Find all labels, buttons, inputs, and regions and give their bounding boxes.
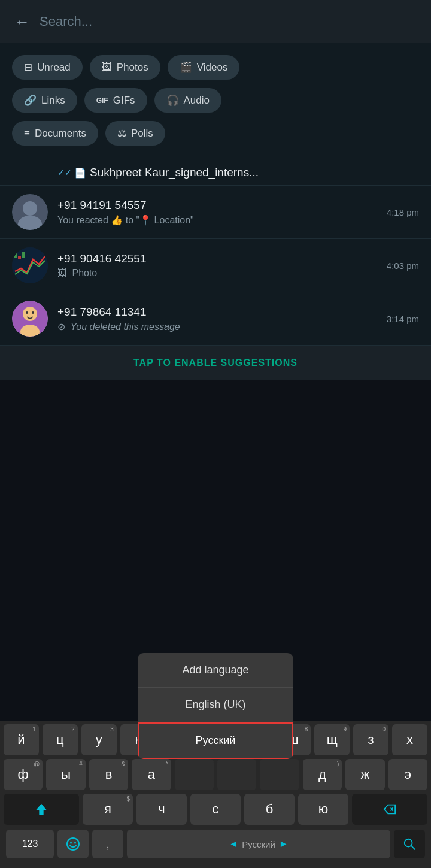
avatar-trading-2 bbox=[12, 247, 48, 283]
chat-name-2: +91 90416 42551 bbox=[57, 252, 377, 265]
key-sym-paren: ) bbox=[337, 761, 339, 767]
key-hidden-3 bbox=[260, 759, 299, 790]
key-ж[interactable]: ж bbox=[345, 759, 384, 790]
chip-videos-label: Videos bbox=[197, 62, 228, 74]
videos-icon: 🎬 bbox=[180, 61, 192, 74]
key-space[interactable]: ◄ Русский ► bbox=[127, 830, 390, 858]
chat-preview-3: ⊘ You deleted this message bbox=[57, 321, 377, 332]
key-ы[interactable]: #ы bbox=[46, 759, 85, 790]
key-й[interactable]: 1й bbox=[4, 724, 39, 755]
key-sym-hash: # bbox=[79, 761, 83, 767]
chat-item-3[interactable]: +91 79864 11341 ⊘ You deleted this messa… bbox=[0, 292, 431, 346]
chip-unread-label: Unread bbox=[37, 62, 71, 74]
key-hidden-1 bbox=[175, 759, 214, 790]
chip-polls[interactable]: ⚖ Polls bbox=[105, 121, 165, 146]
chat-name-1: +91 94191 54557 bbox=[57, 199, 377, 212]
key-с[interactable]: с bbox=[190, 794, 241, 825]
key-щ[interactable]: 9щ bbox=[314, 724, 350, 755]
shift-key[interactable] bbox=[4, 794, 79, 825]
key-з[interactable]: 0з bbox=[353, 724, 388, 755]
filter-row-2: 🔗 Links GIF GIFs 🎧 Audio bbox=[12, 88, 419, 113]
deleted-icon: ⊘ bbox=[57, 322, 65, 332]
key-hidden-2 bbox=[217, 759, 256, 790]
chip-photos[interactable]: 🖼 Photos bbox=[90, 55, 160, 80]
svg-marker-9 bbox=[36, 804, 47, 815]
key-х[interactable]: х bbox=[392, 724, 427, 755]
deleted-label: You deleted this message bbox=[70, 322, 180, 332]
key-num-9: 9 bbox=[344, 726, 347, 733]
chip-documents-label: Documents bbox=[35, 128, 86, 140]
photo-icon: 🖼 bbox=[57, 268, 67, 278]
chat-name-3: +91 79864 11341 bbox=[57, 306, 377, 319]
key-я[interactable]: $я bbox=[83, 794, 133, 825]
russian-option[interactable]: Русский bbox=[138, 722, 293, 759]
key-д[interactable]: )д bbox=[303, 759, 342, 790]
key-comma[interactable]: , bbox=[92, 830, 123, 858]
svg-point-11 bbox=[70, 842, 72, 844]
chip-links-label: Links bbox=[41, 95, 65, 107]
chip-videos[interactable]: 🎬 Videos bbox=[168, 55, 240, 80]
key-а[interactable]: *а bbox=[132, 759, 171, 790]
avatar-3 bbox=[12, 301, 48, 337]
backspace-key[interactable] bbox=[352, 794, 427, 825]
suggestions-bar[interactable]: TAP TO ENABLE SUGGESTIONS bbox=[0, 346, 431, 380]
chat-item-2[interactable]: +91 90416 42551 🖼 Photo 4:03 pm bbox=[0, 239, 431, 292]
suggestions-text: TAP TO ENABLE SUGGESTIONS bbox=[133, 358, 298, 368]
svg-rect-2 bbox=[18, 256, 21, 259]
chat-item-1[interactable]: +91 94191 54557 You reacted 👍 to "📍 Loca… bbox=[0, 186, 431, 239]
key-ц[interactable]: 2ц bbox=[43, 724, 78, 755]
links-icon: 🔗 bbox=[24, 94, 37, 107]
key-у[interactable]: 3у bbox=[81, 724, 117, 755]
chip-audio[interactable]: 🎧 Audio bbox=[154, 88, 221, 113]
keyboard-row-2: @ф #ы &в *а )д ж э bbox=[0, 755, 431, 790]
key-emoji[interactable] bbox=[57, 830, 89, 858]
chip-documents[interactable]: ≡ Documents bbox=[12, 121, 98, 146]
key-sym-at: @ bbox=[34, 761, 40, 767]
chip-gifs[interactable]: GIF GIFs bbox=[84, 88, 147, 113]
documents-icon: ≡ bbox=[24, 128, 30, 140]
chip-polls-label: Polls bbox=[131, 128, 153, 140]
svg-rect-3 bbox=[22, 252, 25, 258]
chat-list: ✓✓ 📄 Sukhpreet Kaur_signed_interns... +9… bbox=[0, 160, 431, 346]
chip-unread[interactable]: ⊟ Unread bbox=[12, 55, 83, 80]
key-sym-dollar: $ bbox=[126, 796, 130, 802]
chip-gifs-label: GIFs bbox=[113, 95, 135, 107]
chat-info-2: +91 90416 42551 🖼 Photo bbox=[57, 252, 377, 279]
svg-point-5 bbox=[23, 307, 37, 321]
svg-rect-1 bbox=[14, 253, 17, 258]
filter-row-1: ⊟ Unread 🖼 Photos 🎬 Videos bbox=[12, 55, 419, 80]
unread-icon: ⊟ bbox=[24, 61, 32, 74]
back-button[interactable]: ← bbox=[14, 13, 30, 31]
space-arrow-right: ► bbox=[279, 839, 289, 849]
svg-line-14 bbox=[411, 846, 415, 849]
key-num-8: 8 bbox=[305, 726, 308, 733]
chat-info-3: +91 79864 11341 ⊘ You deleted this messa… bbox=[57, 306, 377, 332]
key-э[interactable]: э bbox=[388, 759, 427, 790]
chat-time-1: 4:18 pm bbox=[387, 207, 419, 217]
avatar-1 bbox=[12, 194, 48, 230]
chip-photos-label: Photos bbox=[117, 62, 148, 74]
chat-preview-2: 🖼 Photo bbox=[57, 268, 377, 279]
svg-point-12 bbox=[74, 842, 76, 844]
key-123[interactable]: 123 bbox=[6, 830, 54, 858]
photo-label: Photo bbox=[72, 268, 97, 278]
keyboard-bottom-bar: 123 , ◄ Русский ► bbox=[0, 825, 431, 863]
key-в[interactable]: &в bbox=[89, 759, 128, 790]
key-ю[interactable]: ю bbox=[298, 794, 348, 825]
search-input[interactable]: Search... bbox=[40, 14, 92, 29]
key-б[interactable]: б bbox=[244, 794, 295, 825]
partial-chat-name: Sukhpreet Kaur_signed_interns... bbox=[90, 166, 259, 179]
key-sym-amp: & bbox=[122, 761, 126, 767]
chat-info-1: +91 94191 54557 You reacted 👍 to "📍 Loca… bbox=[57, 199, 377, 226]
key-search[interactable] bbox=[394, 830, 425, 858]
chip-audio-label: Audio bbox=[184, 95, 210, 107]
english-uk-option[interactable]: English (UK) bbox=[138, 688, 293, 722]
key-num-2: 2 bbox=[71, 726, 75, 733]
key-ф[interactable]: @ф bbox=[4, 759, 43, 790]
partial-chat-row[interactable]: ✓✓ 📄 Sukhpreet Kaur_signed_interns... bbox=[0, 160, 431, 186]
add-language-option[interactable]: Add language bbox=[138, 653, 293, 688]
chip-links[interactable]: 🔗 Links bbox=[12, 88, 77, 113]
avatar-person-1 bbox=[12, 194, 48, 230]
polls-icon: ⚖ bbox=[117, 127, 126, 140]
key-ч[interactable]: ч bbox=[136, 794, 187, 825]
